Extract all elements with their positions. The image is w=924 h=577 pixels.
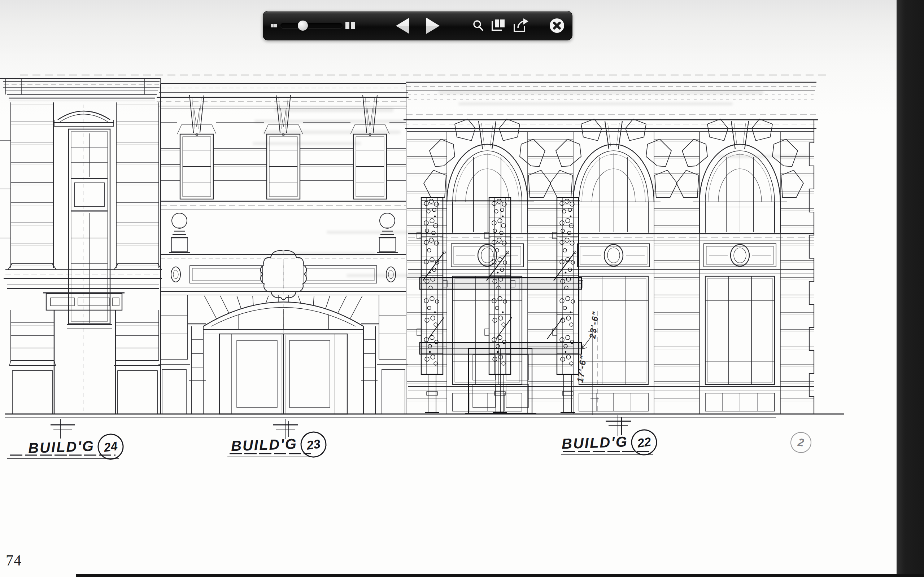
circle-x-icon	[550, 18, 564, 33]
building-24-number-circle: 24	[96, 432, 125, 461]
next-page-button[interactable]	[426, 17, 440, 34]
share-button[interactable]	[513, 18, 529, 33]
thumbnails-button[interactable]	[492, 19, 506, 32]
zoom-slider-track[interactable]	[281, 23, 342, 28]
building-23-label: BUILD'G 23	[231, 429, 327, 459]
building-23-label-text: BUILD'G	[231, 436, 297, 454]
triangle-left-icon	[396, 18, 409, 34]
viewer-right-edge	[897, 0, 924, 577]
ground-line	[5, 414, 844, 417]
viewer-toolbar	[263, 11, 572, 40]
viewer-bottom-edge	[76, 574, 924, 577]
architectural-drawing	[0, 0, 897, 577]
previous-page-button[interactable]	[396, 17, 409, 34]
search-button[interactable]	[472, 19, 484, 32]
document-page[interactable]: BUILD'G 24 BUILD'G 23 BUILD'G 22 23'-6" …	[0, 0, 897, 577]
zoom-slider-knob[interactable]	[298, 21, 308, 31]
building-23-elevation	[157, 84, 409, 415]
building-22-label: BUILD'G 22	[561, 427, 657, 456]
pages-icon	[492, 19, 505, 30]
building-22-label-text: BUILD'G	[561, 434, 628, 452]
building-24-elevation	[0, 79, 162, 414]
building-22-number-circle: 22	[630, 428, 659, 457]
building-24-label: BUILD'G 24	[28, 432, 124, 461]
share-arrow-icon	[514, 18, 528, 31]
building-22-elevation	[404, 82, 818, 414]
triangle-right-icon	[426, 18, 439, 34]
close-button[interactable]	[549, 18, 565, 34]
zoom-out-small-pages-icon[interactable]	[271, 23, 278, 28]
zoom-in-large-pages-icon[interactable]	[346, 22, 355, 29]
building-24-label-text: BUILD'G	[28, 438, 95, 456]
magnifier-icon	[474, 21, 483, 30]
building-23-number-circle: 23	[299, 430, 328, 459]
page-number: 74	[6, 552, 22, 569]
